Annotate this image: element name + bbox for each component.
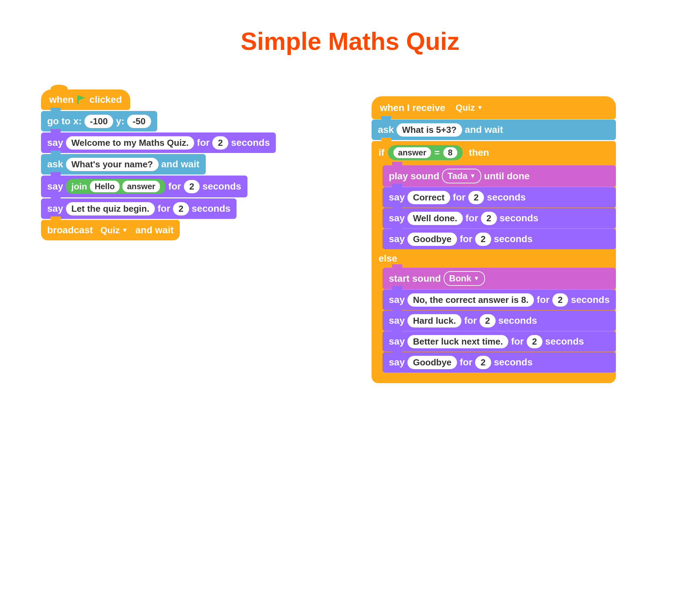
if-then-else-block: if answer = 8 then play sound Tada ▼ bbox=[372, 141, 615, 383]
hello-value[interactable]: Hello bbox=[90, 181, 120, 192]
say-goodbye-then-block[interactable]: say Goodbye for 2 seconds bbox=[383, 229, 615, 249]
say-welldone-block[interactable]: say Well done. for 2 seconds bbox=[383, 208, 615, 229]
seconds-label-2: seconds bbox=[202, 181, 241, 192]
answer-value[interactable]: answer bbox=[122, 181, 160, 192]
join-pill[interactable]: join Hello answer bbox=[66, 179, 166, 194]
goodbye-then-seconds: seconds bbox=[494, 233, 533, 244]
say-welcome-text[interactable]: Welcome to my Maths Quiz. bbox=[66, 136, 194, 150]
left-block-stack: when clicked go to x: -100 y: -50 say We… bbox=[41, 89, 276, 240]
start-sound-bonk-block[interactable]: start sound Bonk ▼ bbox=[383, 268, 615, 289]
for-label-2: for bbox=[168, 181, 181, 192]
correct-num[interactable]: 2 bbox=[468, 191, 484, 204]
say-quiz-num[interactable]: 2 bbox=[173, 202, 189, 216]
bonk-dropdown[interactable]: Bonk ▼ bbox=[443, 271, 485, 286]
condition-op: = bbox=[435, 148, 439, 158]
y-value[interactable]: -50 bbox=[127, 115, 151, 128]
flag-icon bbox=[77, 94, 87, 105]
ask-math-label: ask bbox=[378, 124, 394, 135]
for-label-3: for bbox=[158, 203, 170, 214]
say-goodbye-else-label: say bbox=[389, 357, 405, 368]
when-flag-clicked-block[interactable]: when clicked bbox=[41, 89, 130, 110]
play-sound-label: play sound bbox=[389, 171, 439, 182]
say-hardluck-block[interactable]: say Hard luck. for 2 seconds bbox=[383, 310, 615, 331]
goodbye-then-text[interactable]: Goodbye bbox=[408, 232, 457, 246]
welldone-text[interactable]: Well done. bbox=[408, 212, 463, 225]
start-sound-label: start sound bbox=[389, 273, 440, 284]
goodbye-else-text[interactable]: Goodbye bbox=[408, 356, 457, 369]
then-label: then bbox=[469, 147, 489, 158]
when-receive-label: when I receive bbox=[380, 102, 445, 113]
say-betterluck-block[interactable]: say Better luck next time. for 2 seconds bbox=[383, 331, 615, 352]
else-body: start sound Bonk ▼ say No, the correct a… bbox=[372, 267, 615, 374]
receive-dropdown-arrow: ▼ bbox=[477, 104, 483, 111]
if-header[interactable]: if answer = 8 then bbox=[372, 141, 615, 164]
svg-marker-0 bbox=[78, 95, 86, 101]
x-value[interactable]: -100 bbox=[85, 115, 113, 128]
seconds-label-3: seconds bbox=[192, 203, 231, 214]
hardluck-num[interactable]: 2 bbox=[479, 314, 495, 328]
receive-quiz-text: Quiz bbox=[455, 102, 475, 113]
say-no-correct-label: say bbox=[389, 294, 405, 305]
goodbye-else-seconds: seconds bbox=[494, 357, 533, 368]
condition-pill[interactable]: answer = 8 bbox=[388, 145, 463, 160]
for-correct: for bbox=[453, 192, 465, 203]
say-welldone-label: say bbox=[389, 213, 405, 224]
broadcast-value[interactable]: Quiz ▼ bbox=[96, 224, 133, 237]
tada-dropdown[interactable]: Tada ▼ bbox=[442, 169, 481, 183]
betterluck-seconds: seconds bbox=[545, 336, 584, 347]
tada-arrow: ▼ bbox=[470, 172, 476, 180]
say-correct-block[interactable]: say Correct for 2 seconds bbox=[383, 187, 615, 208]
betterluck-num[interactable]: 2 bbox=[527, 335, 542, 348]
goto-y-label: y: bbox=[116, 116, 124, 127]
goodbye-else-num[interactable]: 2 bbox=[475, 356, 491, 369]
for-welldone: for bbox=[465, 213, 478, 224]
broadcast-block[interactable]: broadcast Quiz ▼ and wait bbox=[41, 220, 180, 240]
ask-wait-1: and wait bbox=[161, 159, 200, 170]
say-goodbye-then-label: say bbox=[389, 233, 405, 244]
say-quiz-begin-block[interactable]: say Let the quiz begin. for 2 seconds bbox=[41, 199, 237, 219]
say-goodbye-else-block[interactable]: say Goodbye for 2 seconds bbox=[383, 352, 615, 373]
for-betterluck: for bbox=[511, 336, 524, 347]
say-welcome-block[interactable]: say Welcome to my Maths Quiz. for 2 seco… bbox=[41, 132, 276, 153]
play-sound-tada-block[interactable]: play sound Tada ▼ until done bbox=[383, 165, 615, 187]
say-quiz-text[interactable]: Let the quiz begin. bbox=[66, 202, 155, 216]
for-no-correct: for bbox=[537, 294, 549, 305]
say-welcome-num[interactable]: 2 bbox=[212, 136, 228, 150]
seconds-label-1: seconds bbox=[231, 137, 270, 148]
broadcast-label: broadcast bbox=[47, 225, 93, 235]
broadcast-dropdown-arrow: ▼ bbox=[122, 227, 128, 234]
no-correct-seconds: seconds bbox=[571, 294, 610, 305]
then-body: play sound Tada ▼ until done say Correct… bbox=[372, 164, 615, 250]
no-correct-num[interactable]: 2 bbox=[552, 293, 568, 307]
say-join-block[interactable]: say join Hello answer for 2 seconds bbox=[41, 176, 248, 197]
ask-math-text[interactable]: What is 5+3? bbox=[397, 123, 462, 137]
page-title: Simple Maths Quiz bbox=[0, 0, 700, 69]
correct-text[interactable]: Correct bbox=[408, 191, 450, 204]
say-no-correct-block[interactable]: say No, the correct answer is 8. for 2 s… bbox=[383, 290, 615, 310]
when-receive-block[interactable]: when I receive Quiz ▼ bbox=[372, 96, 615, 119]
for-goodbye-else: for bbox=[460, 357, 472, 368]
say-label-1: say bbox=[47, 137, 63, 148]
welldone-num[interactable]: 2 bbox=[481, 212, 497, 225]
goodbye-then-num[interactable]: 2 bbox=[475, 232, 491, 246]
goto-block[interactable]: go to x: -100 y: -50 bbox=[41, 111, 157, 131]
correct-seconds: seconds bbox=[487, 192, 526, 203]
say-correct-label: say bbox=[389, 192, 405, 203]
receive-value[interactable]: Quiz ▼ bbox=[451, 101, 488, 114]
say-join-num[interactable]: 2 bbox=[184, 180, 200, 193]
if-footer bbox=[372, 374, 615, 383]
until-done-label: until done bbox=[484, 171, 530, 182]
ask-math-block[interactable]: ask What is 5+3? and wait bbox=[372, 119, 615, 140]
broadcast-wait: and wait bbox=[135, 225, 174, 235]
no-correct-text[interactable]: No, the correct answer is 8. bbox=[408, 293, 534, 307]
ask-name-block[interactable]: ask What's your name? and wait bbox=[41, 154, 206, 175]
else-label: else bbox=[372, 250, 615, 267]
ask-label-1: ask bbox=[47, 159, 63, 170]
ask-name-text[interactable]: What's your name? bbox=[66, 158, 159, 171]
for-goodbye-then: for bbox=[460, 233, 472, 244]
condition-left: answer bbox=[393, 147, 432, 158]
for-hardluck: for bbox=[464, 315, 477, 326]
join-label: join bbox=[72, 181, 87, 192]
betterluck-text[interactable]: Better luck next time. bbox=[408, 335, 508, 348]
hardluck-text[interactable]: Hard luck. bbox=[408, 314, 461, 328]
